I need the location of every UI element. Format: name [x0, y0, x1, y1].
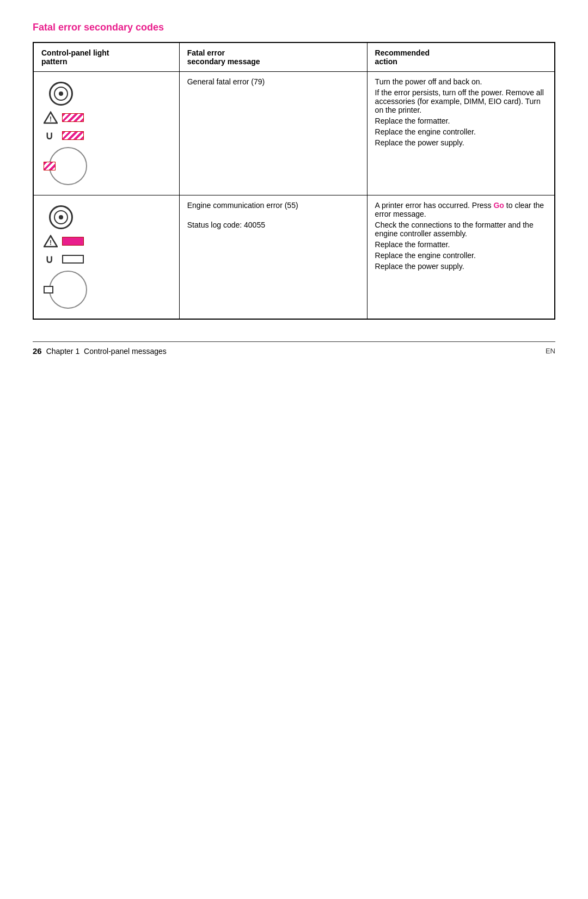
big-circle-2 — [44, 271, 82, 309]
crescent-row-2: ∪ — [44, 253, 84, 265]
go-text: Go — [493, 201, 504, 210]
fatal-error-cell-2: Engine communication error (55) Status l… — [179, 195, 367, 320]
svg-text:∪: ∪ — [45, 253, 53, 265]
solid-box-warning-2 — [62, 237, 84, 246]
svg-text:∪: ∪ — [45, 130, 53, 142]
fatal-error-cell-1: General fatal error (79) — [179, 72, 367, 195]
hatch-box-crescent-1 — [62, 131, 84, 140]
footer-chapter-name: Control-panel messages — [84, 347, 167, 356]
table-row: ! ∪ — [33, 195, 555, 320]
warning-triangle-icon-1: ! — [44, 111, 58, 124]
big-circle-1 — [44, 147, 82, 185]
col-header-pattern: Control-panel light pattern — [33, 42, 179, 72]
footer-chapter-label: Chapter — [46, 347, 74, 356]
page-title: Fatal error secondary codes — [33, 22, 555, 33]
page-footer: 26 Chapter 1 Control-panel messages EN — [33, 341, 555, 356]
crescent-icon-1: ∪ — [44, 130, 58, 142]
footer-locale: EN — [546, 347, 555, 355]
svg-text:!: ! — [50, 115, 52, 123]
warning-row-1: ! — [44, 111, 84, 124]
target-icon-2 — [49, 205, 73, 229]
pattern-cell-2: ! ∪ — [33, 195, 179, 320]
target-icon-1 — [49, 82, 73, 106]
circle-hatch-bar-1 — [44, 162, 56, 170]
fatal-error-table: Control-panel light pattern Fatal error … — [33, 42, 555, 320]
col-header-fatal-error: Fatal error secondary message — [179, 42, 367, 72]
footer-chapter-number: 1 — [76, 347, 80, 356]
circle-indicator-2 — [49, 271, 87, 309]
crescent-row-1: ∪ — [44, 130, 84, 142]
crescent-icon-2: ∪ — [44, 253, 58, 265]
warning-row-2: ! — [44, 235, 84, 248]
svg-text:!: ! — [50, 239, 52, 247]
warning-triangle-icon-2: ! — [44, 235, 58, 248]
action-cell-1: Turn the power off and back on. If the e… — [367, 72, 555, 195]
action-cell-2: A printer error has occurred. Press Go t… — [367, 195, 555, 320]
white-box-crescent-2 — [62, 255, 84, 264]
hatch-box-warning-1 — [62, 113, 84, 122]
pattern-cell-1: ! ∪ — [33, 72, 179, 195]
light-pattern-1: ! ∪ — [41, 77, 171, 189]
col-header-recommended-action: Recommended action — [367, 42, 555, 72]
table-row: ! ∪ — [33, 72, 555, 195]
light-pattern-2: ! ∪ — [41, 201, 171, 313]
circle-solid-bar-2 — [44, 286, 53, 293]
footer-page-number: 26 — [33, 346, 42, 356]
